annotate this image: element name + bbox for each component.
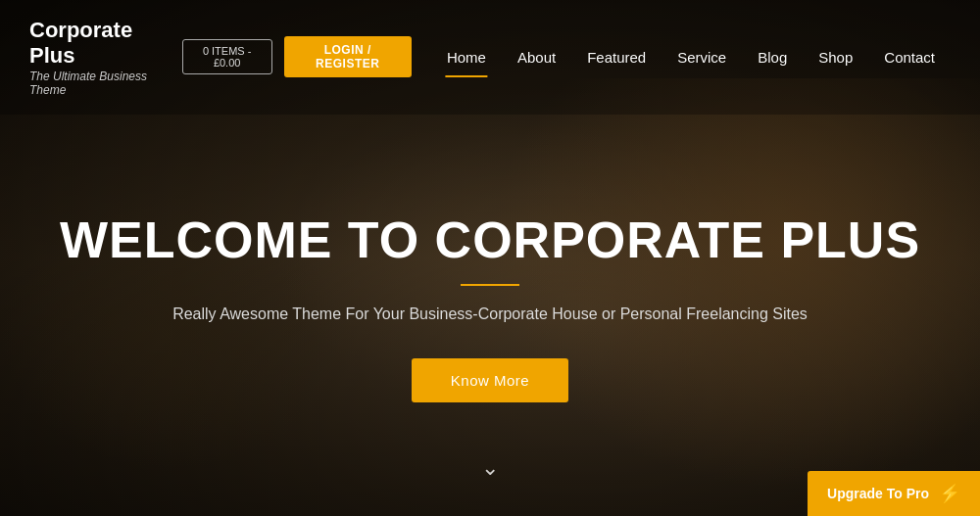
nav-item-shop[interactable]: Shop <box>803 41 868 73</box>
nav-item-contact[interactable]: Contact <box>868 41 951 73</box>
site-header: Corporate Plus The Ultimate Business The… <box>0 0 980 115</box>
header-right: 0 ITEMS - £0.00 LOGIN / REGISTER <box>182 36 412 77</box>
nav-item-blog[interactable]: Blog <box>742 41 803 73</box>
upgrade-icon: ⚡ <box>939 483 960 504</box>
upgrade-label: Upgrade To Pro <box>827 486 929 501</box>
nav-item-home[interactable]: Home <box>431 41 502 73</box>
upgrade-bar[interactable]: Upgrade To Pro ⚡ <box>808 471 980 516</box>
hero-subtitle: Really Awesome Theme For Your Business-C… <box>0 305 980 323</box>
cart-button[interactable]: 0 ITEMS - £0.00 <box>182 39 272 74</box>
brand-name: Corporate Plus <box>29 18 182 70</box>
nav-item-featured[interactable]: Featured <box>571 41 662 73</box>
brand: Corporate Plus The Ultimate Business The… <box>29 18 182 97</box>
hero-title: WELCOME TO CORPORATE PLUS <box>0 212 980 268</box>
brand-tagline: The Ultimate Business Theme <box>29 70 182 97</box>
scroll-down-arrow[interactable]: ⌄ <box>481 455 499 481</box>
nav-item-service[interactable]: Service <box>662 41 742 73</box>
hero-divider <box>461 284 519 286</box>
know-more-button[interactable]: Know More <box>412 358 568 402</box>
main-nav: Home About Featured Service Blog Shop Co… <box>431 41 951 73</box>
nav-item-about[interactable]: About <box>502 41 571 73</box>
login-button[interactable]: LOGIN / REGISTER <box>284 36 412 77</box>
hero-section: WELCOME TO CORPORATE PLUS Really Awesome… <box>0 115 980 402</box>
